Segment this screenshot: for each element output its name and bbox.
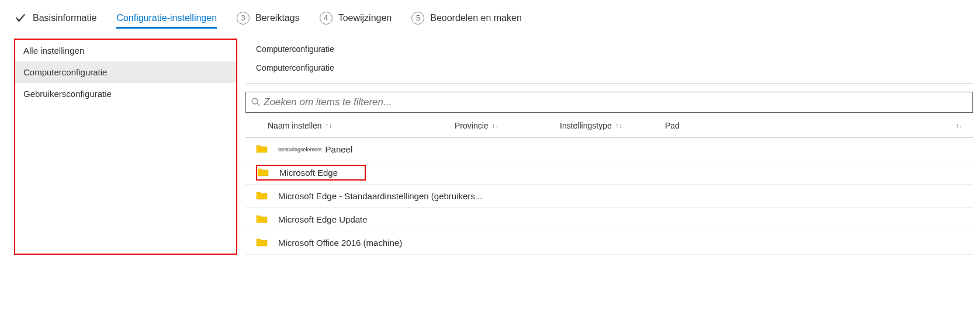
table-row[interactable]: Microsoft Edge (245, 161, 973, 185)
step-toewijzingen[interactable]: 4 Toewijzingen (320, 12, 392, 25)
column-label: Pad (665, 121, 680, 130)
column-header-type[interactable]: Instellingstype ↑↓ (560, 121, 665, 130)
step-number-icon: 3 (237, 12, 250, 25)
folder-icon (256, 237, 278, 248)
column-label: Instellingstype (560, 121, 612, 130)
folder-icon (256, 214, 278, 225)
step-label: Basisinformatie (33, 13, 96, 23)
step-label: Bereiktags (255, 13, 300, 23)
step-number-icon: 5 (411, 12, 424, 25)
row-label: Microsoft Edge - Standaardinstellingen (… (278, 191, 482, 201)
breadcrumb-line: Computerconfiguratie (256, 40, 973, 58)
main-panel: Computerconfiguratie Computerconfigurati… (237, 29, 980, 255)
column-header-path[interactable]: Pad ↑↓ (665, 121, 973, 130)
table-row[interactable]: Besturingselement Paneel (245, 138, 973, 161)
annotation-highlight: Microsoft Edge (256, 165, 366, 181)
folder-icon (256, 144, 278, 155)
folder-icon (257, 167, 279, 178)
breadcrumb-line: Computerconfiguratie (256, 58, 973, 77)
table-row[interactable]: Microsoft Edge - Standaardinstellingen (… (245, 185, 973, 208)
step-bereiktags[interactable]: 3 Bereiktags (237, 12, 300, 25)
column-label: Provincie (455, 121, 489, 130)
checkmark-icon (14, 12, 27, 25)
row-label: Microsoft Edge (279, 168, 338, 178)
step-label: Configuratie-instellingen (116, 13, 217, 29)
svg-line-1 (257, 103, 259, 106)
breadcrumb: Computerconfiguratie Computerconfigurati… (245, 29, 973, 81)
settings-scope-sidebar: Alle instellingen Computerconfiguratie G… (14, 39, 237, 255)
step-label: Beoordelen en maken (430, 13, 522, 23)
column-label: Naam instellen (268, 121, 322, 130)
step-number-icon: 4 (320, 12, 333, 25)
row-label: Microsoft Edge Update (278, 214, 368, 224)
sort-icon: ↑↓ (615, 123, 622, 129)
table-body: Besturingselement Paneel Microsoft Edge … (245, 138, 973, 255)
row-label: Paneel (325, 144, 353, 154)
search-input[interactable] (264, 96, 968, 108)
step-label: Toewijzingen (338, 13, 392, 23)
svg-point-0 (252, 98, 258, 104)
sort-icon: ↑↓ (325, 123, 333, 129)
table-row[interactable]: Microsoft Edge Update (245, 208, 973, 231)
row-pretext: Besturingselement (278, 147, 322, 152)
sidebar-item-gebruikersconfiguratie[interactable]: Gebruikersconfiguratie (15, 83, 236, 105)
search-box[interactable] (245, 92, 973, 113)
divider (245, 83, 973, 84)
row-label: Microsoft Office 2016 (machine) (278, 238, 402, 248)
column-header-name[interactable]: Naam instellen ↑↓ (268, 121, 455, 130)
sort-icon: ↑↓ (955, 123, 962, 129)
sidebar-item-alle-instellingen[interactable]: Alle instellingen (15, 40, 236, 61)
table-header: Naam instellen ↑↓ Provincie ↑↓ Instellin… (245, 113, 973, 138)
step-configuratie-instellingen[interactable]: Configuratie-instellingen (116, 13, 217, 23)
search-icon (251, 97, 264, 108)
folder-icon (256, 190, 278, 202)
step-beoordelen-en-maken[interactable]: 5 Beoordelen en maken (411, 12, 522, 25)
table-row[interactable]: Microsoft Office 2016 (machine) (245, 231, 973, 255)
sort-icon: ↑↓ (492, 123, 499, 129)
wizard-steps: Basisinformatie Configuratie-instellinge… (0, 0, 980, 29)
step-basisinformatie[interactable]: Basisinformatie (14, 12, 96, 25)
column-header-province[interactable]: Provincie ↑↓ (455, 121, 560, 130)
sidebar-item-computerconfiguratie[interactable]: Computerconfiguratie (15, 61, 236, 83)
